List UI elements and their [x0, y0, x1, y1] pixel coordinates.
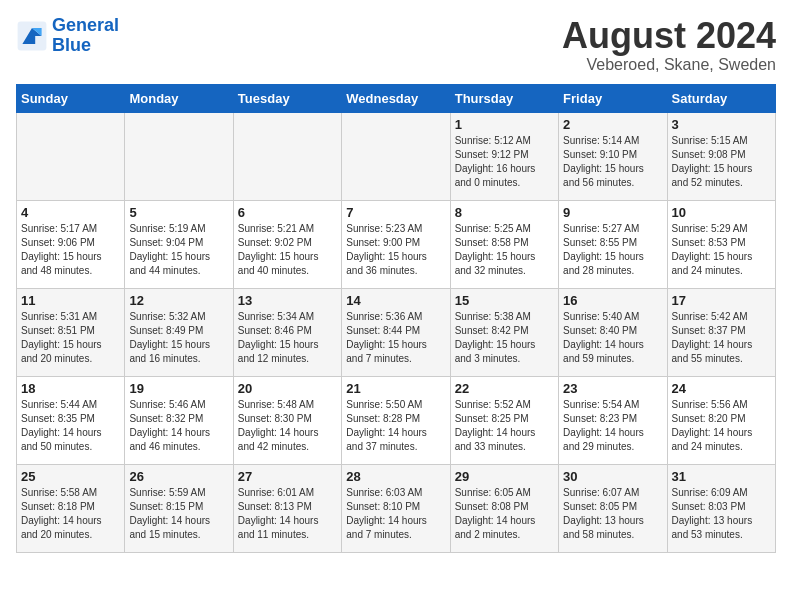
day-info: Sunrise: 5:44 AM Sunset: 8:35 PM Dayligh… [21, 398, 120, 454]
calendar-cell: 10Sunrise: 5:29 AM Sunset: 8:53 PM Dayli… [667, 200, 775, 288]
calendar-cell: 26Sunrise: 5:59 AM Sunset: 8:15 PM Dayli… [125, 464, 233, 552]
calendar-week-3: 11Sunrise: 5:31 AM Sunset: 8:51 PM Dayli… [17, 288, 776, 376]
day-info: Sunrise: 6:05 AM Sunset: 8:08 PM Dayligh… [455, 486, 554, 542]
calendar-cell: 4Sunrise: 5:17 AM Sunset: 9:06 PM Daylig… [17, 200, 125, 288]
day-number: 1 [455, 117, 554, 132]
day-info: Sunrise: 5:52 AM Sunset: 8:25 PM Dayligh… [455, 398, 554, 454]
day-info: Sunrise: 5:23 AM Sunset: 9:00 PM Dayligh… [346, 222, 445, 278]
day-number: 16 [563, 293, 662, 308]
calendar-table: SundayMondayTuesdayWednesdayThursdayFrid… [16, 84, 776, 553]
day-number: 24 [672, 381, 771, 396]
calendar-cell: 25Sunrise: 5:58 AM Sunset: 8:18 PM Dayli… [17, 464, 125, 552]
day-number: 17 [672, 293, 771, 308]
header-monday: Monday [125, 84, 233, 112]
day-info: Sunrise: 5:56 AM Sunset: 8:20 PM Dayligh… [672, 398, 771, 454]
day-info: Sunrise: 5:27 AM Sunset: 8:55 PM Dayligh… [563, 222, 662, 278]
day-info: Sunrise: 6:01 AM Sunset: 8:13 PM Dayligh… [238, 486, 337, 542]
calendar-week-2: 4Sunrise: 5:17 AM Sunset: 9:06 PM Daylig… [17, 200, 776, 288]
calendar-cell: 18Sunrise: 5:44 AM Sunset: 8:35 PM Dayli… [17, 376, 125, 464]
day-number: 19 [129, 381, 228, 396]
calendar-cell: 3Sunrise: 5:15 AM Sunset: 9:08 PM Daylig… [667, 112, 775, 200]
day-number: 4 [21, 205, 120, 220]
day-number: 5 [129, 205, 228, 220]
day-number: 12 [129, 293, 228, 308]
day-info: Sunrise: 6:07 AM Sunset: 8:05 PM Dayligh… [563, 486, 662, 542]
calendar-cell: 8Sunrise: 5:25 AM Sunset: 8:58 PM Daylig… [450, 200, 558, 288]
title-block: August 2024 Veberoed, Skane, Sweden [562, 16, 776, 74]
logo: General Blue [16, 16, 119, 56]
day-number: 29 [455, 469, 554, 484]
header-tuesday: Tuesday [233, 84, 341, 112]
day-number: 21 [346, 381, 445, 396]
day-info: Sunrise: 5:54 AM Sunset: 8:23 PM Dayligh… [563, 398, 662, 454]
day-info: Sunrise: 5:21 AM Sunset: 9:02 PM Dayligh… [238, 222, 337, 278]
day-number: 10 [672, 205, 771, 220]
calendar-cell [342, 112, 450, 200]
day-number: 27 [238, 469, 337, 484]
calendar-cell: 24Sunrise: 5:56 AM Sunset: 8:20 PM Dayli… [667, 376, 775, 464]
day-number: 26 [129, 469, 228, 484]
logo-text: General Blue [52, 16, 119, 56]
header-thursday: Thursday [450, 84, 558, 112]
header-saturday: Saturday [667, 84, 775, 112]
day-info: Sunrise: 5:58 AM Sunset: 8:18 PM Dayligh… [21, 486, 120, 542]
day-info: Sunrise: 5:14 AM Sunset: 9:10 PM Dayligh… [563, 134, 662, 190]
calendar-cell: 6Sunrise: 5:21 AM Sunset: 9:02 PM Daylig… [233, 200, 341, 288]
subtitle: Veberoed, Skane, Sweden [562, 56, 776, 74]
day-info: Sunrise: 5:32 AM Sunset: 8:49 PM Dayligh… [129, 310, 228, 366]
day-info: Sunrise: 5:42 AM Sunset: 8:37 PM Dayligh… [672, 310, 771, 366]
day-number: 15 [455, 293, 554, 308]
day-number: 13 [238, 293, 337, 308]
calendar-cell: 9Sunrise: 5:27 AM Sunset: 8:55 PM Daylig… [559, 200, 667, 288]
header-friday: Friday [559, 84, 667, 112]
day-number: 18 [21, 381, 120, 396]
calendar-cell: 27Sunrise: 6:01 AM Sunset: 8:13 PM Dayli… [233, 464, 341, 552]
calendar-cell: 29Sunrise: 6:05 AM Sunset: 8:08 PM Dayli… [450, 464, 558, 552]
calendar-cell: 12Sunrise: 5:32 AM Sunset: 8:49 PM Dayli… [125, 288, 233, 376]
calendar-cell: 2Sunrise: 5:14 AM Sunset: 9:10 PM Daylig… [559, 112, 667, 200]
calendar-cell: 23Sunrise: 5:54 AM Sunset: 8:23 PM Dayli… [559, 376, 667, 464]
day-number: 11 [21, 293, 120, 308]
calendar-cell: 15Sunrise: 5:38 AM Sunset: 8:42 PM Dayli… [450, 288, 558, 376]
calendar-cell: 13Sunrise: 5:34 AM Sunset: 8:46 PM Dayli… [233, 288, 341, 376]
day-number: 6 [238, 205, 337, 220]
calendar-cell: 1Sunrise: 5:12 AM Sunset: 9:12 PM Daylig… [450, 112, 558, 200]
calendar-cell: 31Sunrise: 6:09 AM Sunset: 8:03 PM Dayli… [667, 464, 775, 552]
day-number: 22 [455, 381, 554, 396]
calendar-header-row: SundayMondayTuesdayWednesdayThursdayFrid… [17, 84, 776, 112]
logo-icon [16, 20, 48, 52]
calendar-cell: 14Sunrise: 5:36 AM Sunset: 8:44 PM Dayli… [342, 288, 450, 376]
day-info: Sunrise: 5:25 AM Sunset: 8:58 PM Dayligh… [455, 222, 554, 278]
day-info: Sunrise: 5:36 AM Sunset: 8:44 PM Dayligh… [346, 310, 445, 366]
day-number: 14 [346, 293, 445, 308]
day-info: Sunrise: 6:09 AM Sunset: 8:03 PM Dayligh… [672, 486, 771, 542]
day-info: Sunrise: 5:50 AM Sunset: 8:28 PM Dayligh… [346, 398, 445, 454]
calendar-week-1: 1Sunrise: 5:12 AM Sunset: 9:12 PM Daylig… [17, 112, 776, 200]
page-header: General Blue August 2024 Veberoed, Skane… [16, 16, 776, 74]
calendar-week-5: 25Sunrise: 5:58 AM Sunset: 8:18 PM Dayli… [17, 464, 776, 552]
calendar-cell: 16Sunrise: 5:40 AM Sunset: 8:40 PM Dayli… [559, 288, 667, 376]
day-info: Sunrise: 5:46 AM Sunset: 8:32 PM Dayligh… [129, 398, 228, 454]
day-number: 2 [563, 117, 662, 132]
header-wednesday: Wednesday [342, 84, 450, 112]
day-number: 9 [563, 205, 662, 220]
calendar-cell [233, 112, 341, 200]
calendar-cell: 19Sunrise: 5:46 AM Sunset: 8:32 PM Dayli… [125, 376, 233, 464]
header-sunday: Sunday [17, 84, 125, 112]
calendar-cell: 11Sunrise: 5:31 AM Sunset: 8:51 PM Dayli… [17, 288, 125, 376]
day-info: Sunrise: 5:48 AM Sunset: 8:30 PM Dayligh… [238, 398, 337, 454]
day-number: 28 [346, 469, 445, 484]
day-number: 8 [455, 205, 554, 220]
day-info: Sunrise: 5:34 AM Sunset: 8:46 PM Dayligh… [238, 310, 337, 366]
calendar-cell: 21Sunrise: 5:50 AM Sunset: 8:28 PM Dayli… [342, 376, 450, 464]
calendar-cell: 17Sunrise: 5:42 AM Sunset: 8:37 PM Dayli… [667, 288, 775, 376]
day-info: Sunrise: 5:17 AM Sunset: 9:06 PM Dayligh… [21, 222, 120, 278]
day-info: Sunrise: 5:40 AM Sunset: 8:40 PM Dayligh… [563, 310, 662, 366]
main-title: August 2024 [562, 16, 776, 56]
day-info: Sunrise: 5:12 AM Sunset: 9:12 PM Dayligh… [455, 134, 554, 190]
calendar-week-4: 18Sunrise: 5:44 AM Sunset: 8:35 PM Dayli… [17, 376, 776, 464]
calendar-cell: 30Sunrise: 6:07 AM Sunset: 8:05 PM Dayli… [559, 464, 667, 552]
day-number: 25 [21, 469, 120, 484]
calendar-cell: 22Sunrise: 5:52 AM Sunset: 8:25 PM Dayli… [450, 376, 558, 464]
calendar-cell [17, 112, 125, 200]
